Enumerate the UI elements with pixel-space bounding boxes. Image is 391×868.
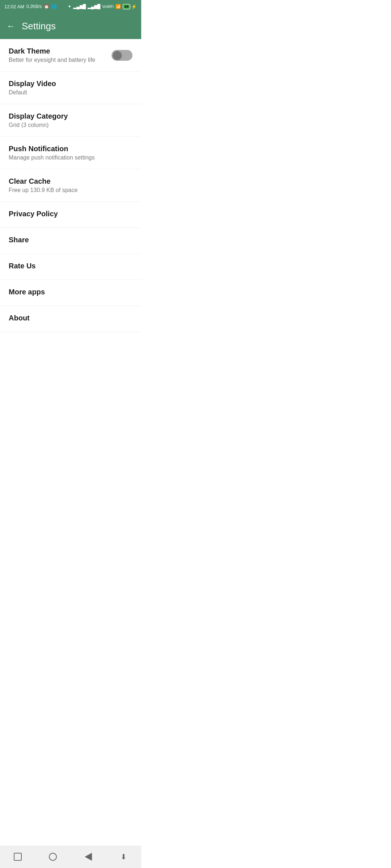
page-title: Settings (22, 21, 56, 32)
settings-item-title-clear-cache: Clear Cache (9, 177, 133, 186)
status-bar-left: 12:02 AM 0.2KB/s ⏰ 🌐 (4, 4, 57, 9)
settings-item-title-about: About (9, 314, 133, 322)
settings-item-title-push-notification: Push Notification (9, 145, 133, 153)
settings-item-title-dark-theme: Dark Theme (9, 47, 112, 55)
settings-item-display-video[interactable]: Display VideoDefault (0, 72, 141, 104)
settings-item-content-about: About (9, 314, 133, 324)
settings-item-subtitle-push-notification: Manage push notification settings (9, 154, 133, 161)
status-speed: 0.2KB/s (26, 4, 42, 9)
settings-item-content-more-apps: More apps (9, 288, 133, 298)
chrome-icon: 🌐 (51, 4, 57, 9)
settings-item-subtitle-display-video: Default (9, 89, 133, 96)
settings-item-content-push-notification: Push NotificationManage push notificatio… (9, 145, 133, 161)
app-header: ← Settings (0, 13, 141, 39)
settings-item-content-clear-cache: Clear CacheFree up 130.9 KB of space (9, 177, 133, 193)
back-button[interactable]: ← (7, 21, 15, 31)
settings-item-clear-cache[interactable]: Clear CacheFree up 130.9 KB of space (0, 169, 141, 202)
settings-item-content-display-video: Display VideoDefault (9, 80, 133, 96)
toggle-knob-dark-theme (113, 51, 122, 60)
wifi-icon: 📶 (115, 4, 121, 9)
status-bar-right: ✦ ▂▄▆█ ▂▄▆█ VoWiFi 📶 64 ⚡ (68, 4, 137, 9)
settings-item-content-display-category: Display CategoryGrid (3 column) (9, 112, 133, 128)
settings-item-push-notification[interactable]: Push NotificationManage push notificatio… (0, 137, 141, 169)
status-bar: 12:02 AM 0.2KB/s ⏰ 🌐 ✦ ▂▄▆█ ▂▄▆█ VoWiFi … (0, 0, 141, 13)
settings-item-title-share: Share (9, 236, 133, 244)
settings-item-dark-theme[interactable]: Dark ThemeBetter for eyesight and batter… (0, 39, 141, 72)
signal-icon-2: ▂▄▆█ (88, 4, 100, 9)
settings-item-title-rate-us: Rate Us (9, 262, 133, 270)
settings-item-display-category[interactable]: Display CategoryGrid (3 column) (0, 104, 141, 137)
battery-level: 64 (123, 4, 130, 9)
settings-item-content-rate-us: Rate Us (9, 262, 133, 272)
settings-item-more-apps[interactable]: More apps (0, 280, 141, 306)
settings-item-subtitle-display-category: Grid (3 column) (9, 122, 133, 128)
settings-item-title-display-category: Display Category (9, 112, 133, 120)
settings-item-about[interactable]: About (0, 306, 141, 332)
alarm-icon: ⏰ (44, 4, 49, 9)
toggle-dark-theme[interactable] (112, 50, 133, 61)
settings-item-content-privacy-policy: Privacy Policy (9, 210, 133, 220)
settings-item-rate-us[interactable]: Rate Us (0, 254, 141, 280)
settings-list: Dark ThemeBetter for eyesight and batter… (0, 39, 141, 332)
settings-item-content-share: Share (9, 236, 133, 246)
bluetooth-icon: ✦ (68, 4, 71, 9)
settings-item-title-display-video: Display Video (9, 80, 133, 88)
signal-icon: ▂▄▆█ (73, 4, 86, 9)
settings-item-privacy-policy[interactable]: Privacy Policy (0, 202, 141, 228)
settings-item-subtitle-dark-theme: Better for eyesight and battery life (9, 57, 112, 63)
settings-item-content-dark-theme: Dark ThemeBetter for eyesight and batter… (9, 47, 112, 63)
settings-item-subtitle-clear-cache: Free up 130.9 KB of space (9, 187, 133, 193)
charging-icon: ⚡ (131, 4, 137, 9)
settings-item-share[interactable]: Share (0, 228, 141, 254)
settings-item-title-more-apps: More apps (9, 288, 133, 296)
settings-item-title-privacy-policy: Privacy Policy (9, 210, 133, 218)
battery-container: 64 ⚡ (123, 4, 137, 9)
status-time: 12:02 AM (4, 4, 24, 9)
vowifi-icon: VoWiFi (102, 5, 114, 9)
